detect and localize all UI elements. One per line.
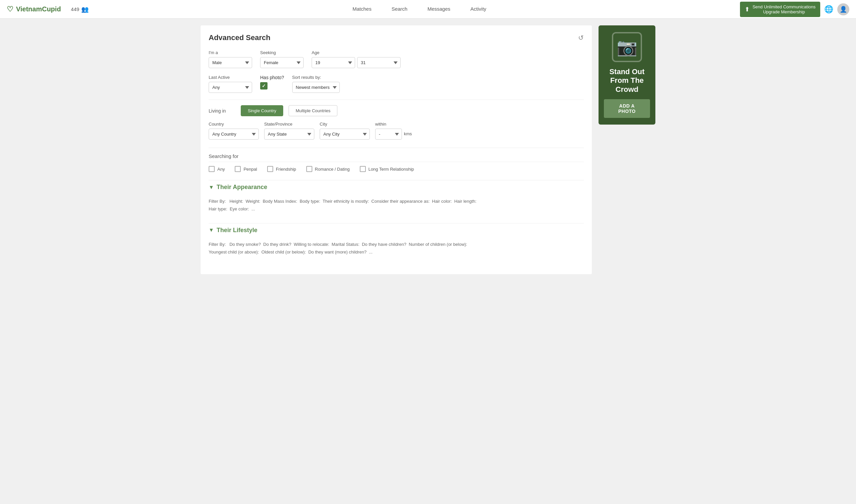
- searching-for-title: Searching for: [209, 153, 584, 162]
- page-layout: Advanced Search ↺ I'm a Male Female Seek…: [194, 19, 662, 281]
- lifestyle-youngest: Youngest child (or above):: [209, 250, 259, 254]
- avatar[interactable]: 👤: [837, 3, 849, 15]
- lifestyle-filters-row2: Youngest child (or above): Oldest child …: [209, 248, 584, 256]
- appearance-hair-length: Hair length:: [454, 199, 476, 204]
- country-select[interactable]: Any Country Vietnam: [209, 129, 259, 140]
- living-in-row: Living in Single Country Multiple Countr…: [209, 105, 584, 116]
- nav-messages[interactable]: Messages: [417, 0, 460, 19]
- appearance-body: Filter By: Height: Weight: Body Mass Ind…: [209, 194, 584, 216]
- camera-icon: 📷: [612, 32, 642, 62]
- divider-1: [209, 100, 584, 100]
- divider-2: [209, 148, 584, 148]
- country-label: Country: [209, 122, 259, 127]
- language-button[interactable]: 🌐: [824, 5, 833, 14]
- ad-card: 📷 Stand Out From The Crowd ADD A PHOTO: [599, 25, 655, 125]
- within-inner: within - 10 25 50 100: [375, 122, 402, 140]
- checkbox-penpal-box: [235, 166, 241, 172]
- appearance-more: ...: [252, 206, 255, 212]
- age-max-select[interactable]: 31 30 35: [357, 57, 400, 68]
- lifestyle-want-children: Do they want (more) children?: [308, 250, 366, 254]
- navbar-right: ⬆ Send Unlimited Communications Upgrade …: [740, 2, 849, 17]
- last-active-select[interactable]: Any Today This week This month: [209, 82, 252, 93]
- lifestyle-arrow-icon: ▼: [209, 227, 214, 233]
- checkbox-penpal[interactable]: Penpal: [235, 166, 257, 172]
- checkbox-any-box: [209, 166, 215, 172]
- appearance-ethnicity: Their ethnicity is mostly:: [323, 199, 369, 204]
- age-row: 19 18 20 31 30 35: [312, 57, 400, 68]
- appearance-filters: Filter By: Height: Weight: Body Mass Ind…: [209, 197, 584, 205]
- sidebar: 📷 Stand Out From The Crowd ADD A PHOTO: [599, 25, 655, 274]
- appearance-weight: Weight:: [246, 199, 260, 204]
- checkbox-longterm[interactable]: Long Term Relationship: [360, 166, 414, 172]
- multiple-countries-tab[interactable]: Multiple Countries: [289, 105, 337, 116]
- member-count: 449 👥: [71, 6, 89, 13]
- seeking-group: Seeking Male Female: [260, 50, 304, 68]
- state-select[interactable]: Any State: [264, 129, 314, 140]
- add-photo-button[interactable]: ADD A PHOTO: [604, 99, 650, 118]
- upgrade-button[interactable]: ⬆ Send Unlimited Communications Upgrade …: [740, 2, 820, 17]
- lifestyle-relocate: Willing to relocate:: [294, 242, 329, 247]
- upgrade-sub: Upgrade Membership: [752, 10, 816, 14]
- upgrade-main: Send Unlimited Communications: [752, 4, 816, 10]
- heart-icon: ♡: [7, 5, 13, 14]
- brand-logo[interactable]: ♡ VietnamCupid: [7, 5, 61, 14]
- im-a-label: I'm a: [209, 50, 252, 55]
- checkbox-friendship-box: [267, 166, 273, 172]
- within-select[interactable]: - 10 25 50 100: [375, 129, 402, 140]
- their-lifestyle-header[interactable]: ▼ Their Lifestyle: [209, 223, 584, 237]
- location-row: Country Any Country Vietnam State/Provin…: [209, 122, 584, 140]
- lifestyle-children: Do they have children?: [362, 242, 406, 247]
- lifestyle-filters: Filter By: Do they smoke? Do they drink?…: [209, 240, 584, 248]
- country-group: Country Any Country Vietnam: [209, 122, 259, 140]
- main-content: Advanced Search ↺ I'm a Male Female Seek…: [201, 25, 592, 274]
- their-appearance-section: ▼ Their Appearance Filter By: Height: We…: [209, 180, 584, 216]
- basic-filters-row: I'm a Male Female Seeking Male Female Ag…: [209, 50, 584, 68]
- age-label: Age: [312, 50, 400, 55]
- living-in-label: Living in: [209, 108, 235, 113]
- navbar: ♡ VietnamCupid 449 👥 Matches Search Mess…: [0, 0, 856, 19]
- nav-matches[interactable]: Matches: [342, 0, 381, 19]
- lifestyle-children-num: Number of children (or below):: [409, 242, 467, 247]
- checkbox-any[interactable]: Any: [209, 166, 225, 172]
- lifestyle-drink: Do they drink?: [263, 242, 291, 247]
- their-appearance-header[interactable]: ▼ Their Appearance: [209, 180, 584, 194]
- reset-button[interactable]: ↺: [578, 34, 584, 42]
- appearance-filter-by: Filter By:: [209, 199, 226, 204]
- city-select[interactable]: Any City: [320, 129, 370, 140]
- last-active-group: Last Active Any Today This week This mon…: [209, 75, 252, 93]
- appearance-hair-color: Hair color:: [432, 199, 452, 204]
- sort-select[interactable]: Newest members Oldest members Recently a…: [292, 82, 340, 93]
- single-country-tab[interactable]: Single Country: [241, 105, 283, 116]
- nav-search[interactable]: Search: [381, 0, 418, 19]
- state-group: State/Province Any State: [264, 122, 314, 140]
- state-label: State/Province: [264, 122, 314, 127]
- appearance-consider: Consider their appearance as:: [372, 199, 430, 204]
- nav-links: Matches Search Messages Activity: [99, 0, 740, 19]
- has-photo-label: Has photo?: [260, 75, 284, 80]
- im-a-select[interactable]: Male Female: [209, 57, 252, 68]
- lifestyle-body: Filter By: Do they smoke? Do they drink?…: [209, 237, 584, 259]
- brand-name: VietnamCupid: [16, 5, 61, 13]
- checkbox-penpal-label: Penpal: [243, 167, 257, 172]
- age-min-select[interactable]: 19 18 20: [312, 57, 355, 68]
- appearance-body-type: Body type:: [299, 199, 320, 204]
- searching-for-section: Searching for Any Penpal Friendship Roma…: [209, 153, 584, 172]
- checkbox-romance[interactable]: Romance / Dating: [306, 166, 350, 172]
- nav-activity[interactable]: Activity: [460, 0, 497, 19]
- age-group: Age 19 18 20 31 30 35: [312, 50, 400, 68]
- within-label: within: [375, 122, 402, 127]
- upgrade-text: Send Unlimited Communications Upgrade Me…: [752, 4, 816, 14]
- within-unit: kms: [404, 131, 412, 140]
- people-icon: 👥: [81, 6, 89, 13]
- checkbox-friendship[interactable]: Friendship: [267, 166, 296, 172]
- has-photo-group: Has photo?: [260, 75, 284, 93]
- has-photo-checkbox[interactable]: [260, 82, 268, 90]
- checkbox-longterm-label: Long Term Relationship: [369, 167, 414, 172]
- seeking-select[interactable]: Male Female: [260, 57, 304, 68]
- im-a-group: I'm a Male Female: [209, 50, 252, 68]
- page-title: Advanced Search: [209, 33, 271, 42]
- their-lifestyle-section: ▼ Their Lifestyle Filter By: Do they smo…: [209, 223, 584, 259]
- last-active-label: Last Active: [209, 75, 252, 80]
- city-label: City: [320, 122, 370, 127]
- checkbox-romance-label: Romance / Dating: [315, 167, 350, 172]
